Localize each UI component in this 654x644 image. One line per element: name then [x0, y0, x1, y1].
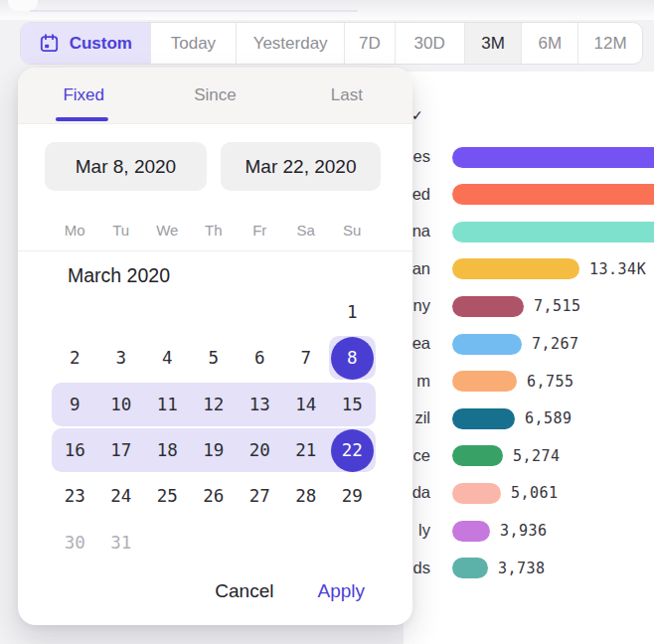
- day-29[interactable]: 29: [329, 473, 376, 519]
- day-25[interactable]: 25: [144, 473, 191, 519]
- popup-footer: Cancel Apply: [215, 578, 365, 604]
- calendar-grid: 1234567891011121314151617181920212223242…: [52, 289, 376, 565]
- cancel-button[interactable]: Cancel: [215, 578, 273, 604]
- weekday-th: Th: [191, 222, 238, 242]
- day-10[interactable]: 10: [98, 382, 145, 427]
- chart-bar: [452, 445, 503, 466]
- chart-bar: [452, 483, 501, 504]
- day-5[interactable]: 5: [191, 335, 238, 381]
- chart-bar: [452, 184, 654, 205]
- calendar-week-row: 16171819202122: [52, 427, 376, 473]
- day-13[interactable]: 13: [237, 382, 283, 427]
- chart-value: 13.34K: [589, 260, 646, 278]
- chart-bar: [452, 296, 524, 317]
- preset-today[interactable]: Today: [150, 23, 237, 64]
- calendar-divider: [18, 250, 412, 251]
- weekday-su: Su: [329, 222, 376, 242]
- preset-3m[interactable]: 3M: [464, 23, 522, 64]
- chart-value: 7,515: [534, 297, 581, 315]
- custom-range-button[interactable]: Custom: [21, 23, 150, 64]
- date-picker-tabs: FixedSinceLast: [18, 68, 412, 124]
- day-19[interactable]: 19: [191, 427, 238, 473]
- day-31[interactable]: 31: [98, 520, 145, 565]
- chart-bar: [452, 408, 515, 429]
- chart-bar: [452, 558, 488, 578]
- tab-since[interactable]: Since: [149, 68, 280, 123]
- custom-range-label: Custom: [70, 34, 132, 54]
- day-11[interactable]: 11: [144, 382, 191, 427]
- preset-12m[interactable]: 12M: [577, 23, 642, 64]
- active-tab-indicator: [56, 117, 108, 121]
- chart-value: 5,274: [513, 447, 561, 465]
- day-18[interactable]: 18: [144, 427, 191, 473]
- tab-fixed[interactable]: Fixed: [18, 68, 149, 123]
- start-date-input[interactable]: Mar 8, 2020: [45, 142, 207, 191]
- day-17[interactable]: 17: [98, 427, 145, 473]
- range-start-circle: 8: [331, 337, 374, 380]
- preset-yesterday[interactable]: Yesterday: [236, 23, 344, 64]
- chart-value: 5,061: [511, 484, 559, 502]
- month-title: March 2020: [68, 264, 170, 287]
- apply-button[interactable]: Apply: [317, 578, 365, 604]
- day-8[interactable]: 8: [329, 335, 376, 381]
- chart-value: 3,738: [498, 560, 546, 577]
- weekday-sa: Sa: [283, 222, 330, 242]
- calendar-icon: [39, 33, 60, 54]
- chart-value: 6,755: [527, 373, 574, 391]
- chart-bar: [452, 258, 579, 279]
- chart-bar: [452, 222, 654, 242]
- day-21[interactable]: 21: [283, 427, 330, 473]
- day-2[interactable]: 2: [52, 335, 98, 381]
- day-23[interactable]: 23: [52, 473, 98, 519]
- weekday-header: MoTuWeThFrSaSu: [52, 222, 376, 242]
- day-27[interactable]: 27: [237, 473, 283, 519]
- day-3[interactable]: 3: [98, 335, 145, 381]
- weekday-tu: Tu: [98, 222, 145, 242]
- day-20[interactable]: 20: [237, 427, 283, 473]
- chart-bar: [452, 521, 490, 542]
- chart-bar: [452, 371, 517, 392]
- preset-6m[interactable]: 6M: [521, 23, 577, 64]
- day-14[interactable]: 14: [283, 382, 330, 427]
- day-16[interactable]: 16: [52, 427, 98, 473]
- calendar-week-row: 9101112131415: [52, 382, 376, 427]
- tab-label: Last: [331, 85, 363, 105]
- calendar-week-row: 1: [52, 289, 376, 335]
- day-12[interactable]: 12: [191, 382, 238, 427]
- day-15[interactable]: 15: [329, 382, 376, 427]
- day-4[interactable]: 4: [144, 335, 191, 381]
- end-date-input[interactable]: Mar 22, 2020: [221, 142, 381, 191]
- weekday-fr: Fr: [237, 222, 283, 242]
- date-picker-popup: FixedSinceLast Mar 8, 2020 Mar 22, 2020 …: [18, 68, 412, 625]
- day-26[interactable]: 26: [191, 473, 238, 519]
- date-range-toolbar: Custom TodayYesterday7D30D3M6M12M: [20, 22, 643, 65]
- tab-label: Since: [194, 85, 237, 105]
- day-30[interactable]: 30: [52, 520, 98, 565]
- range-end-circle: 22: [331, 429, 374, 472]
- calendar-week-row: 2345678: [52, 335, 376, 381]
- day-22[interactable]: 22: [329, 427, 376, 473]
- calendar-week-row: 23242526272829: [52, 473, 376, 519]
- calendar-week-row: 3031: [52, 520, 376, 565]
- weekday-mo: Mo: [52, 222, 98, 242]
- preset-30d[interactable]: 30D: [395, 23, 464, 64]
- chart-bar: [452, 334, 522, 355]
- chart-value: 3,936: [500, 522, 548, 540]
- tab-label: Fixed: [63, 85, 104, 105]
- chart-bar: [452, 147, 654, 168]
- tab-last[interactable]: Last: [281, 68, 412, 123]
- day-28[interactable]: 28: [283, 473, 330, 519]
- day-1[interactable]: 1: [329, 289, 376, 335]
- day-6[interactable]: 6: [237, 335, 283, 381]
- day-9[interactable]: 9: [52, 382, 98, 427]
- chart-value: 6,589: [525, 409, 572, 427]
- chart-value: 7,267: [532, 335, 579, 353]
- day-7[interactable]: 7: [283, 335, 330, 381]
- weekday-we: We: [144, 222, 191, 242]
- day-24[interactable]: 24: [98, 473, 145, 519]
- preset-7d[interactable]: 7D: [344, 23, 395, 64]
- screenshot-root: ✓ esednaan13.34Kny7,515ea7,267m6,755zil6…: [0, 0, 654, 644]
